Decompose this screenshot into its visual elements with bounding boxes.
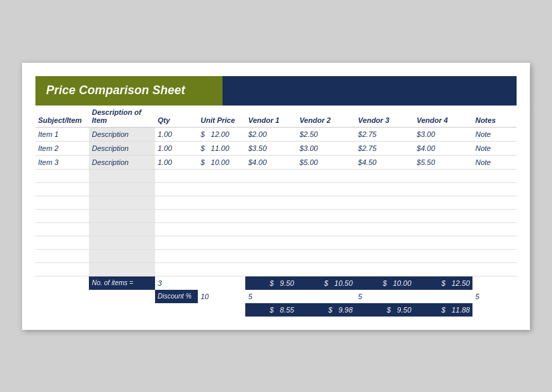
cell-qty: 1.00 bbox=[155, 141, 198, 155]
empty-row bbox=[35, 169, 517, 182]
cell-vendor4: $4.00 bbox=[414, 141, 473, 155]
title-accent: Price Comparison Sheet bbox=[35, 76, 223, 106]
col-header-qty: Qty bbox=[155, 106, 198, 128]
cell-unit-price: $ 11.00 bbox=[198, 141, 245, 155]
table-row: Item 2 Description 1.00 $ 11.00 $3.50 $3… bbox=[35, 141, 517, 155]
cell-notes: Note bbox=[472, 141, 517, 155]
empty-row bbox=[35, 249, 517, 262]
cell-subject: Item 3 bbox=[35, 155, 89, 169]
cell-unit-price: $ 12.00 bbox=[198, 127, 245, 141]
page-title: Price Comparison Sheet bbox=[46, 83, 185, 97]
empty-row bbox=[35, 209, 517, 222]
table-header-row: Subject/Item Description of Item Qty Uni… bbox=[35, 106, 517, 128]
cell-description: Description bbox=[89, 155, 155, 169]
cell-qty: 1.00 bbox=[155, 127, 198, 141]
table-row: Item 1 Description 1.00 $ 12.00 $2.00 $2… bbox=[35, 127, 517, 141]
summary-row-discounted: $ 8.55 $ 9.98 $ 9.50 $ 11.88 bbox=[35, 303, 517, 317]
title-right bbox=[223, 76, 517, 106]
summary-row-discount: Discount % 10 5 5 5 bbox=[35, 290, 517, 303]
empty-row bbox=[35, 182, 517, 196]
cell-notes: Note bbox=[472, 155, 517, 169]
cell-vendor2: $5.00 bbox=[297, 155, 356, 169]
col-header-unit-price: Unit Price bbox=[198, 106, 245, 128]
cell-vendor2: $2.50 bbox=[297, 127, 356, 141]
cell-vendor3: $4.50 bbox=[356, 155, 414, 169]
empty-row bbox=[35, 236, 517, 249]
cell-qty: 1.00 bbox=[155, 155, 198, 169]
col-header-vendor4: Vendor 4 bbox=[414, 106, 473, 128]
cell-description: Description bbox=[89, 127, 155, 141]
cell-vendor1: $3.50 bbox=[245, 141, 297, 155]
col-header-notes: Notes bbox=[472, 106, 517, 128]
price-comparison-table: Subject/Item Description of Item Qty Uni… bbox=[35, 106, 517, 317]
col-header-subject: Subject/Item bbox=[35, 106, 89, 128]
cell-vendor4: $5.50 bbox=[414, 155, 473, 169]
cell-notes: Note bbox=[472, 127, 517, 141]
col-header-vendor2: Vendor 2 bbox=[297, 106, 356, 128]
summary-row-totals: No. of items = 3 $ 9.50 $ 10.50 $ 10.00 … bbox=[35, 276, 517, 290]
col-header-description: Description of Item bbox=[89, 106, 155, 128]
table-row: Item 3 Description 1.00 $ 10.00 $4.00 $5… bbox=[35, 155, 517, 169]
empty-row bbox=[35, 222, 517, 236]
empty-row bbox=[35, 262, 517, 276]
title-bar: Price Comparison Sheet bbox=[35, 76, 517, 106]
cell-vendor1: $4.00 bbox=[245, 155, 297, 169]
cell-subject: Item 1 bbox=[35, 127, 89, 141]
cell-vendor3: $2.75 bbox=[356, 141, 414, 155]
col-header-vendor1: Vendor 1 bbox=[245, 106, 297, 128]
cell-vendor2: $3.00 bbox=[297, 141, 356, 155]
cell-vendor3: $2.75 bbox=[356, 127, 414, 141]
cell-unit-price: $ 10.00 bbox=[198, 155, 245, 169]
cell-subject: Item 2 bbox=[35, 141, 89, 155]
empty-row bbox=[35, 196, 517, 209]
cell-vendor4: $3.00 bbox=[414, 127, 473, 141]
cell-vendor1: $2.00 bbox=[245, 127, 297, 141]
col-header-vendor3: Vendor 3 bbox=[356, 106, 414, 128]
sheet-container: Price Comparison Sheet Subject/Item Desc… bbox=[22, 63, 530, 330]
cell-description: Description bbox=[89, 141, 155, 155]
